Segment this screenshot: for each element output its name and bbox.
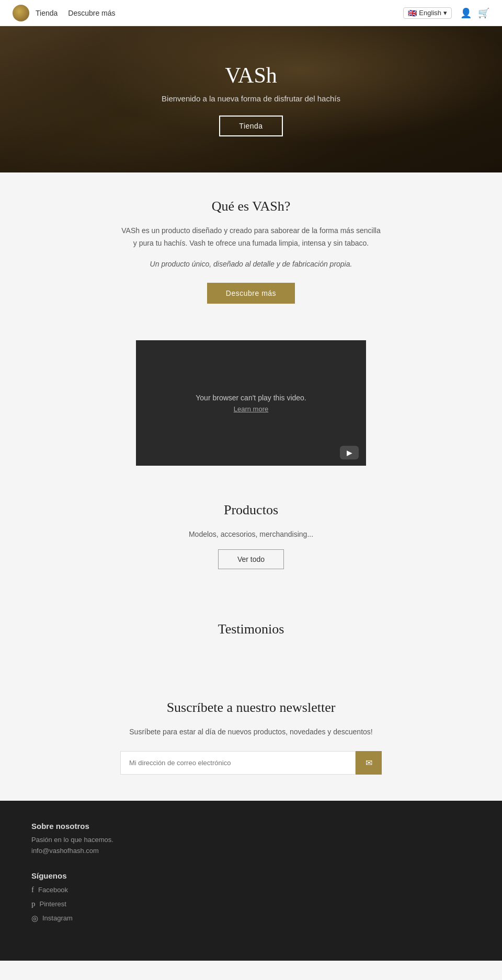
- email-field[interactable]: [120, 751, 356, 775]
- testimonials-title: Testimonios: [10, 621, 492, 637]
- facebook-link[interactable]: f Facebook: [31, 885, 471, 894]
- instagram-link[interactable]: ◎ Instagram: [31, 914, 471, 923]
- discover-more-button[interactable]: Descubre más: [207, 283, 295, 304]
- nav-left: Tienda Descubre más: [13, 5, 116, 21]
- video-container: Your browser can't play this video. Lear…: [136, 340, 366, 466]
- flag-icon: 🇬🇧: [408, 9, 417, 17]
- facebook-icon: f: [31, 885, 34, 894]
- send-icon: ✉: [366, 758, 372, 768]
- nav-discover-link[interactable]: Descubre más: [68, 9, 115, 17]
- what-is-title: Qué es VASh?: [10, 199, 492, 214]
- navbar: Tienda Descubre más 🇬🇧 English ▾ 👤 🛒: [0, 0, 502, 26]
- newsletter-submit-button[interactable]: ✉: [356, 751, 382, 775]
- nav-store-link[interactable]: Tienda: [36, 9, 58, 17]
- newsletter-title: Suscríbete a nuestro newsletter: [10, 700, 492, 716]
- what-is-tagline: Un producto único, diseñado al detalle y…: [120, 258, 382, 271]
- pinterest-link[interactable]: p Pinterest: [31, 900, 471, 908]
- products-title: Productos: [10, 502, 492, 518]
- youtube-icon[interactable]: ▶: [340, 446, 359, 459]
- hero-subtitle: Bienvenido a la nueva forma de disfrutar…: [162, 94, 340, 103]
- chevron-down-icon: ▾: [443, 9, 447, 17]
- user-icon[interactable]: 👤: [460, 7, 472, 19]
- hero-section: VASh Bienvenido a la nueva forma de disf…: [0, 26, 502, 172]
- nav-right: 🇬🇧 English ▾ 👤 🛒: [403, 7, 489, 19]
- nav-action-icons: 👤 🛒: [460, 7, 489, 19]
- site-logo[interactable]: [13, 5, 29, 21]
- footer-follow: Síguenos f Facebook p Pinterest ◎ Instag…: [31, 871, 471, 923]
- facebook-label: Facebook: [38, 886, 68, 894]
- hero-content: VASh Bienvenido a la nueva forma de disf…: [162, 63, 340, 136]
- testimonials-section: Testimonios: [0, 595, 502, 674]
- pinterest-icon: p: [31, 900, 36, 908]
- cart-icon[interactable]: 🛒: [478, 7, 489, 19]
- footer: Sobre nosotros Pasión en lo que hacemos.…: [0, 801, 502, 961]
- newsletter-description: Susríbete para estar al día de nuevos pr…: [120, 726, 382, 739]
- language-selector[interactable]: 🇬🇧 English ▾: [403, 7, 452, 19]
- footer-email-link[interactable]: info@vashofhash.com: [31, 847, 471, 855]
- products-section: Productos Modelos, accesorios, merchandi…: [0, 476, 502, 595]
- footer-about-title: Sobre nosotros: [31, 822, 471, 831]
- newsletter-form: ✉: [120, 751, 382, 775]
- nav-links: Tienda Descubre más: [36, 9, 116, 17]
- what-is-description: VASh es un producto diseñado y creado pa…: [120, 225, 382, 250]
- instagram-label: Instagram: [42, 914, 73, 922]
- play-icon: ▶: [347, 448, 352, 457]
- video-learn-more-link[interactable]: Learn more: [234, 405, 268, 413]
- newsletter-section: Suscríbete a nuestro newsletter Susríbet…: [0, 674, 502, 801]
- what-is-section: Qué es VASh? VASh es un producto diseñad…: [0, 172, 502, 330]
- products-subtitle: Modelos, accesorios, merchandising...: [120, 528, 382, 541]
- video-section: Your browser can't play this video. Lear…: [0, 330, 502, 476]
- footer-about-text: Pasión en lo que hacemos.: [31, 836, 471, 844]
- hero-title: VASh: [162, 63, 340, 88]
- view-all-button[interactable]: Ver todo: [218, 549, 284, 569]
- pinterest-label: Pinterest: [40, 900, 66, 908]
- video-message: Your browser can't play this video.: [196, 394, 306, 402]
- footer-follow-title: Síguenos: [31, 871, 471, 880]
- instagram-icon: ◎: [31, 914, 38, 923]
- hero-cta-button[interactable]: Tienda: [219, 116, 282, 136]
- footer-about: Sobre nosotros Pasión en lo que hacemos.…: [31, 822, 471, 855]
- lang-label: English: [419, 9, 441, 17]
